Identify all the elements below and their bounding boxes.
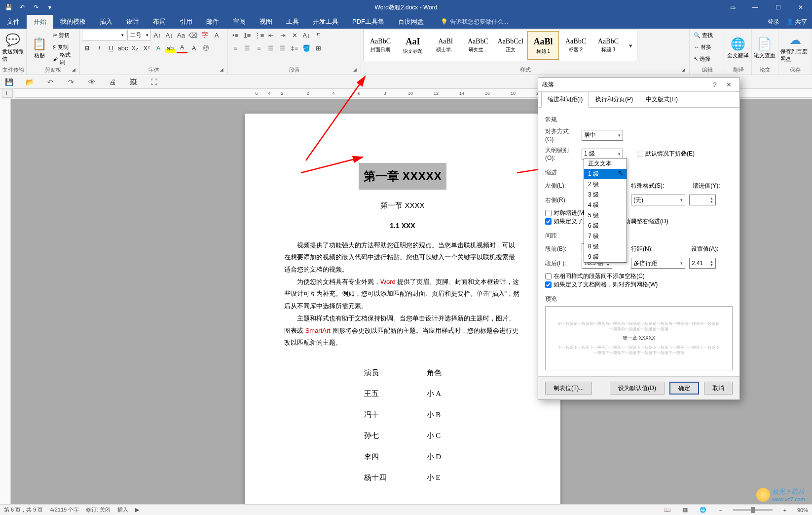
style-normal[interactable]: AaBbCcI正文 [495, 31, 526, 60]
change-case-icon[interactable]: Aa [176, 30, 186, 40]
minimize-icon[interactable]: — [744, 0, 767, 15]
doc-heading1-selected[interactable]: 第一章 XXXXX [359, 163, 447, 190]
styles-more-icon[interactable]: ▾ [625, 40, 636, 51]
ok-button[interactable]: 确定 [669, 382, 699, 395]
set-default-button[interactable]: 设为默认值(D) [610, 382, 664, 395]
table-row[interactable]: 冯十小 B [344, 405, 461, 425]
align-left-icon[interactable]: ≡ [230, 42, 241, 53]
tab-dev[interactable]: 开发工具 [306, 15, 345, 29]
view-print-icon[interactable]: ▦ [680, 507, 691, 513]
strike-icon[interactable]: abc [117, 42, 128, 53]
dialog-close-icon[interactable]: ✕ [722, 81, 736, 88]
dropdown-item[interactable]: 9 级 [584, 252, 627, 262]
dropdown-item[interactable]: 2 级 [584, 179, 627, 190]
tab-file[interactable]: 文件 [0, 15, 27, 29]
dropdown-item[interactable]: 3 级 [584, 190, 627, 200]
dropdown-item[interactable]: 正文文本 [584, 158, 627, 169]
style-heading3[interactable]: AaBbC标题 3 [592, 31, 624, 60]
tab-design[interactable]: 设计 [119, 15, 146, 29]
find-button[interactable]: 🔍查找 [692, 30, 715, 40]
highlight-icon[interactable]: ab [165, 42, 176, 53]
qat-insert-pic-icon[interactable]: 🖼 [127, 77, 139, 87]
outline-level-dropdown[interactable]: 正文文本 1 级 2 级 3 级 4 级 5 级 6 级 7 级 8 级 9 级 [584, 158, 627, 263]
ribbon-options-icon[interactable]: ▭ [721, 0, 744, 15]
tab-references[interactable]: 引用 [173, 15, 199, 29]
view-read-icon[interactable]: 📖 [662, 507, 673, 513]
copy-button[interactable]: ⎘复制 [51, 41, 77, 52]
select-button[interactable]: ↖选择 [692, 53, 715, 64]
dialog-tab-indent[interactable]: 缩进和间距(I) [541, 92, 589, 108]
indent-value-spin[interactable]: ▲▼ [689, 195, 716, 205]
dropdown-item[interactable]: 7 级 [584, 231, 627, 241]
doc-heading2[interactable]: 第一节 XXXX [284, 198, 521, 213]
dropdown-item[interactable]: 1 级 [584, 169, 627, 179]
phonetic-icon[interactable]: 字 [199, 30, 210, 40]
char-shading-icon[interactable]: A [188, 42, 199, 53]
shrink-font-icon[interactable]: A↓ [164, 30, 175, 40]
dropdown-item[interactable]: 5 级 [584, 210, 627, 221]
maximize-icon[interactable]: ☐ [767, 0, 789, 15]
table-row[interactable]: 杨十四小 E [344, 468, 461, 488]
show-marks-icon[interactable]: ¶ [313, 30, 324, 40]
font-color-icon[interactable]: A [177, 42, 187, 53]
grow-font-icon[interactable]: A↑ [152, 30, 163, 40]
view-web-icon[interactable]: 🌐 [698, 507, 708, 513]
text-effect-icon[interactable]: A [153, 42, 164, 53]
numbering-icon[interactable]: 1≡ [242, 30, 253, 40]
qat-expand-icon[interactable]: ⛶ [148, 77, 160, 87]
zoom-in-icon[interactable]: + [779, 507, 790, 513]
paragraph-launcher-icon[interactable]: ◢ [352, 67, 358, 73]
close-icon[interactable]: ✕ [789, 0, 812, 15]
dropdown-item[interactable]: 6 级 [584, 221, 627, 231]
snap-to-grid-checkbox[interactable]: 如果定义了文档网格，则对齐到网格(W) [545, 280, 733, 289]
clear-format-icon[interactable]: ⌫ [187, 30, 198, 40]
tab-pdf[interactable]: PDF工具集 [345, 15, 391, 29]
char-border-icon[interactable]: A [211, 30, 222, 40]
enclose-char-icon[interactable]: ㊕ [200, 42, 211, 53]
subscript-icon[interactable]: X₂ [129, 42, 140, 53]
shading-icon[interactable]: 🪣 [301, 42, 312, 53]
qat-undo-icon[interactable]: ↶ [44, 77, 56, 87]
font-name-combo[interactable]: ▾ [82, 30, 126, 40]
dialog-help-icon[interactable]: ? [708, 81, 722, 88]
table-row[interactable]: 王五小 A [344, 384, 461, 404]
tab-template[interactable]: 我的模板 [53, 15, 93, 29]
zoom-level[interactable]: 90% [797, 507, 808, 513]
status-macro-icon[interactable]: ▶ [135, 507, 139, 513]
save-baidu-button[interactable]: ☁保存到百度网盘 [780, 30, 810, 66]
qat-preview-icon[interactable]: 👁 [86, 77, 98, 87]
align-center-icon[interactable]: ☰ [242, 42, 253, 53]
multilevel-icon[interactable]: ⋮≡ [254, 30, 264, 40]
doc-heading3[interactable]: 1.1 XXX [284, 219, 521, 233]
format-painter-button[interactable]: 🖌格式刷 [51, 53, 77, 64]
bold-icon[interactable]: B [82, 42, 93, 53]
zoom-out-icon[interactable]: − [715, 507, 726, 513]
share-button[interactable]: 👤 共享 [786, 18, 807, 26]
dropdown-item[interactable]: 4 级 [584, 200, 627, 210]
tabs-button[interactable]: 制表位(T)... [545, 382, 592, 395]
dec-indent-icon[interactable]: ⇤ [265, 30, 276, 40]
tab-layout[interactable]: 布局 [146, 15, 173, 29]
tell-me-search[interactable]: 💡 告诉我您想要做什么... [441, 15, 508, 29]
tab-home[interactable]: 开始 [27, 15, 53, 29]
full-translate-button[interactable]: 🌐全文翻译 [727, 30, 749, 66]
table-row[interactable]: 演员角色 [344, 363, 461, 383]
qat-save-icon[interactable]: 💾 [3, 77, 15, 87]
send-wechat-button[interactable]: 💬发送到微信 [2, 30, 24, 66]
superscript-icon[interactable]: X² [141, 42, 152, 53]
cut-button[interactable]: ✂剪切 [51, 30, 77, 40]
ruler-corner[interactable]: L [2, 89, 13, 98]
bullets-icon[interactable]: •≡ [230, 30, 241, 40]
style-thesis-title[interactable]: AaI论文标题 [397, 31, 429, 60]
redo-icon[interactable]: ↷ [30, 1, 42, 14]
asian-layout-icon[interactable]: ✕ [289, 30, 300, 40]
tab-view[interactable]: 视图 [253, 15, 279, 29]
tab-mail[interactable]: 邮件 [199, 15, 226, 29]
styles-launcher-icon[interactable]: ◢ [680, 67, 686, 73]
replace-button[interactable]: ↔替换 [692, 41, 715, 52]
dialog-tab-asian[interactable]: 中文版式(H) [639, 92, 684, 107]
set-at-spin[interactable]: 2.41▲▼ [689, 258, 716, 269]
undo-icon[interactable]: ↶ [16, 1, 29, 14]
doc-paragraph[interactable]: 主题和样式也有助于文档保持协调。当您单击设计并选择新的主题时，图片、图表或 Sm… [284, 313, 521, 349]
font-size-combo[interactable]: 二号▾ [127, 30, 151, 40]
